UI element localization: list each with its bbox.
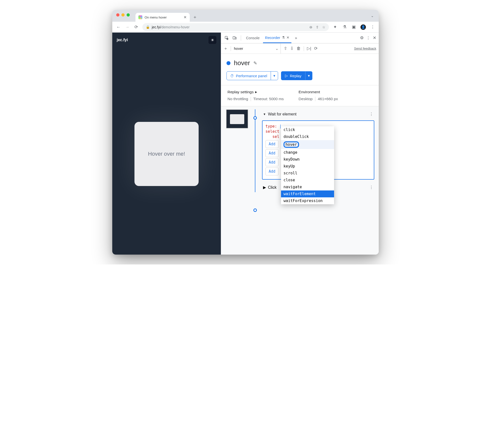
- window-minimize-icon[interactable]: [121, 13, 125, 17]
- import-icon[interactable]: ⇩: [290, 46, 294, 51]
- browser-toolbar: ← → ⟳ 🔒 jec.fyi/demo/menu-hover ⊖ ⇧ ☆ ✦ …: [112, 22, 379, 33]
- tab-recorder[interactable]: Recorder ⚗ ✕: [263, 33, 291, 43]
- step-editor[interactable]: type: select sel Add Add Add Add click d…: [262, 120, 374, 180]
- browser-window: On menu hover ✕ ＋ ⌄ ← → ⟳ 🔒 jec.fyi/demo…: [112, 10, 379, 255]
- more-tabs-icon[interactable]: »: [293, 35, 299, 41]
- hover-target-card[interactable]: Hover over me!: [134, 122, 199, 186]
- flask-icon: ⚗: [282, 36, 285, 39]
- tab-close-icon[interactable]: ✕: [286, 36, 289, 39]
- inspect-element-icon[interactable]: [224, 35, 230, 41]
- device-toolbar-icon[interactable]: [231, 35, 238, 41]
- profile-avatar-icon[interactable]: 👤: [360, 24, 366, 30]
- step-menu-icon[interactable]: ⋮: [369, 112, 373, 116]
- step-marker-icon: [253, 116, 257, 120]
- svg-rect-2: [235, 37, 236, 39]
- step-marker-icon: [253, 208, 257, 212]
- nav-back-icon[interactable]: ←: [116, 25, 121, 30]
- recording-settings: Replay settings ▸ No throttling Timeout:…: [221, 85, 379, 106]
- favicon-icon: [138, 15, 142, 19]
- gauge-icon: ⏱: [230, 74, 234, 78]
- step-wait-for-element[interactable]: ▼ Wait for element ⋮: [262, 109, 374, 119]
- window-close-icon[interactable]: [116, 13, 119, 17]
- performance-panel-button[interactable]: ⏱Performance panel ▾: [227, 71, 278, 80]
- option-hover[interactable]: hover: [281, 140, 334, 149]
- recording-title: hover: [234, 59, 250, 67]
- device-value: Desktop: [299, 97, 313, 101]
- address-bar[interactable]: 🔒 jec.fyi/demo/menu-hover ⊖ ⇧ ☆: [142, 23, 329, 31]
- send-feedback-link[interactable]: Send feedback: [354, 47, 376, 50]
- option-waitforexpression[interactable]: waitForExpression: [281, 197, 334, 204]
- replay-dropdown-icon[interactable]: ▾: [305, 72, 312, 80]
- performance-dropdown-icon[interactable]: ▾: [271, 72, 278, 80]
- devtools-tabbar: Console Recorder ⚗ ✕ » ⚙ ⋮ ✕: [221, 33, 379, 43]
- devtools-panel: Console Recorder ⚗ ✕ » ⚙ ⋮ ✕ ＋ hover: [221, 33, 379, 255]
- close-devtools-icon[interactable]: ✕: [373, 35, 376, 40]
- tab-overflow-icon[interactable]: ⌄: [371, 14, 374, 18]
- chevron-down-icon: ⌄: [275, 46, 279, 51]
- step-thumbnail: [226, 109, 248, 129]
- type-autocomplete-dropdown[interactable]: click doubleClick hover change keyDown k…: [281, 126, 334, 204]
- nav-reload-icon[interactable]: ⟳: [133, 24, 139, 30]
- tab-console[interactable]: Console: [244, 33, 262, 43]
- delete-icon[interactable]: 🗑: [297, 46, 301, 51]
- step-over-icon[interactable]: ▷|: [307, 46, 311, 51]
- replay-button[interactable]: ▷Replay ▾: [281, 71, 313, 80]
- option-close[interactable]: close: [281, 177, 334, 184]
- recording-selector[interactable]: hover ⌄: [234, 43, 281, 54]
- option-scroll[interactable]: scroll: [281, 170, 334, 177]
- throttling-value: No throttling: [227, 97, 248, 101]
- browser-tab[interactable]: On menu hover ✕: [135, 13, 190, 22]
- settings-icon[interactable]: ⚙: [360, 35, 364, 40]
- timeout-value: Timeout: 5000 ms: [251, 97, 284, 101]
- lock-icon: 🔒: [146, 25, 150, 29]
- svg-rect-1: [233, 37, 235, 39]
- option-doubleclick[interactable]: doubleClick: [281, 133, 334, 140]
- zoom-out-icon[interactable]: ⊖: [309, 25, 312, 29]
- slow-replay-icon[interactable]: ⟳: [314, 46, 318, 51]
- share-icon[interactable]: ⇧: [316, 25, 319, 29]
- option-keydown[interactable]: keyDown: [281, 156, 334, 163]
- sidepanel-icon[interactable]: ▣: [351, 24, 357, 30]
- theme-toggle-button[interactable]: ☀: [208, 36, 216, 44]
- step-menu-icon[interactable]: ⋮: [369, 185, 373, 190]
- recorder-toolbar: ＋ hover ⌄ ⇧ ⇩ 🗑 ▷| ⟳ Send feedback: [221, 43, 379, 54]
- option-keyup[interactable]: keyUp: [281, 163, 334, 170]
- option-change[interactable]: change: [281, 149, 334, 156]
- add-selector-button[interactable]: Add: [265, 149, 279, 157]
- tab-close-icon[interactable]: ✕: [184, 15, 187, 19]
- add-selector-button[interactable]: Add: [265, 140, 279, 148]
- viewport-value: 461×660 px: [315, 97, 338, 101]
- bookmark-icon[interactable]: ☆: [322, 25, 325, 29]
- url-text: jec.fyi/demo/menu-hover: [152, 25, 189, 29]
- edit-title-icon[interactable]: ✎: [253, 60, 257, 66]
- option-click[interactable]: click: [281, 126, 334, 133]
- environment-header: Environment: [299, 90, 338, 94]
- window-maximize-icon[interactable]: [127, 13, 130, 17]
- browser-menu-icon[interactable]: ⋮: [370, 24, 375, 30]
- page-viewport: jec.fyi ☀ Hover over me!: [112, 33, 221, 255]
- extensions-icon[interactable]: ✦: [332, 24, 338, 30]
- option-navigate[interactable]: navigate: [281, 184, 334, 190]
- play-icon: ▷: [285, 74, 288, 78]
- site-title: jec.fyi: [117, 38, 128, 42]
- tab-strip: On menu hover ✕ ＋ ⌄: [112, 10, 379, 22]
- new-recording-icon[interactable]: ＋: [224, 46, 228, 51]
- nav-forward-icon[interactable]: →: [125, 25, 130, 30]
- window-controls: [116, 13, 130, 17]
- add-selector-button[interactable]: Add: [265, 168, 279, 175]
- labs-icon[interactable]: ⚗: [342, 24, 347, 30]
- replay-settings-header[interactable]: Replay settings ▸: [227, 90, 284, 94]
- expand-icon[interactable]: ▶: [263, 185, 266, 190]
- option-waitforelement[interactable]: waitForElement: [281, 190, 334, 197]
- recording-timeline: ▼ Wait for element ⋮ type: select sel Ad…: [221, 106, 379, 255]
- new-tab-button[interactable]: ＋: [191, 13, 199, 21]
- record-status-icon: [227, 61, 230, 65]
- add-selector-button[interactable]: Add: [265, 158, 279, 166]
- kebab-menu-icon[interactable]: ⋮: [366, 35, 370, 40]
- recording-header: hover ✎ ⏱Performance panel ▾ ▷Replay ▾: [221, 54, 379, 85]
- caret-right-icon: ▸: [255, 90, 257, 94]
- collapse-icon[interactable]: ▼: [263, 112, 266, 116]
- export-icon[interactable]: ⇧: [284, 46, 287, 51]
- tab-title: On menu hover: [145, 16, 167, 19]
